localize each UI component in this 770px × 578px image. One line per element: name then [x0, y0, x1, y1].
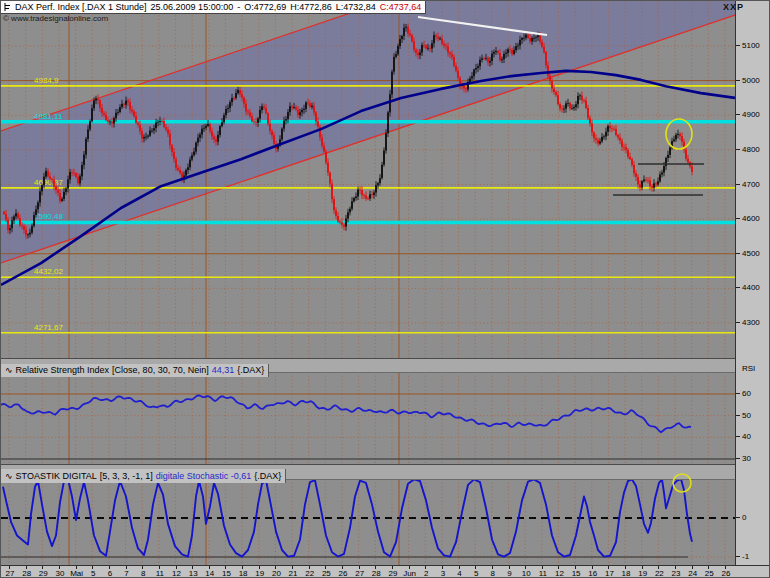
svg-text:4984,9: 4984,9: [34, 76, 59, 85]
axis-tick: [736, 322, 740, 323]
separator: -: [237, 1, 240, 13]
xxp-logo: XXP: [723, 2, 744, 12]
axis-tick: [736, 149, 740, 150]
rsi-tick-label: 60: [742, 389, 751, 398]
axis-tick: [736, 517, 740, 518]
rsi-tick-label: 30: [742, 454, 751, 463]
rsi-header[interactable]: ∿ Relative Strength Index [Close, 80, 30…: [1, 358, 735, 373]
rsi-value: 44,31: [212, 365, 235, 375]
price-tick-label: 4300: [742, 318, 760, 327]
svg-text:4271,67: 4271,67: [34, 323, 63, 332]
stoch-header[interactable]: ∿ STOASTIK DIGITAL [5, 3, 3, -1, 1] digi…: [1, 464, 735, 480]
axis-tick: [736, 287, 740, 288]
price-tick-label: 4600: [742, 214, 760, 223]
time-tick-label: 26: [716, 569, 736, 578]
price-tick-label: 4500: [742, 249, 760, 258]
price-tick-label: 5000: [742, 76, 760, 85]
axis-tick: [736, 45, 740, 46]
high-value: H:4772,86: [290, 1, 332, 13]
stoch-symbol: {.DAX}: [254, 471, 281, 481]
axis-tick: [736, 458, 740, 459]
axis-tick: [736, 253, 740, 254]
wave-icon: ∿: [5, 471, 13, 481]
axis-tick: [736, 114, 740, 115]
rsi-symbol: {.DAX}: [237, 365, 264, 375]
price-axis[interactable]: 510050004900480047004600450044004300RSI6…: [735, 1, 770, 565]
rsi-tick-label: 50: [742, 411, 751, 420]
axis-tick: [736, 184, 740, 185]
price-tick-label: 4400: [742, 283, 760, 292]
stoch-params: [5, 3, 3, -1, 1]: [100, 471, 153, 481]
low-value: L:4732,84: [336, 1, 376, 13]
stoch-value: digitale Stochastic -0,61: [156, 471, 252, 481]
svg-text:4590,48: 4590,48: [34, 212, 63, 221]
axis-tick: [736, 415, 740, 416]
stoch-tick-label: 0: [742, 513, 746, 522]
price-tick-label: 4900: [742, 110, 760, 119]
rsi-params: [Close, 80, 30, 70, Nein]: [112, 365, 209, 375]
price-tick-label: 4700: [742, 180, 760, 189]
main-price-chart[interactable]: 4984,94881,114690,374590,484432,024271,6…: [1, 1, 735, 358]
rsi-chart[interactable]: [1, 372, 735, 464]
stoch-tick-label: -1: [742, 552, 749, 561]
instrument-name: DAX Perf. Index [.DAX 1 Stunde]: [15, 1, 147, 13]
rsi-tick-label: 40: [742, 432, 751, 441]
instrument-icon: [3, 2, 11, 12]
stochastic-chart[interactable]: [1, 479, 735, 565]
axis-tick: [736, 80, 740, 81]
svg-text:4432,02: 4432,02: [34, 267, 63, 276]
chart-legend-title[interactable]: DAX Perf. Index [.DAX 1 Stunde] 25.06.20…: [1, 1, 426, 14]
rsi-axis-title: RSI: [742, 364, 755, 373]
stoch-name: STOASTIK DIGITAL: [16, 471, 97, 481]
chart-window: 4984,94881,114690,374590,484432,024271,6…: [0, 0, 770, 578]
svg-text:4690,37: 4690,37: [34, 178, 63, 187]
price-tick-label: 5100: [742, 41, 760, 50]
bar-datetime: 25.06.2009 15:00:00: [151, 1, 234, 13]
rsi-name: Relative Strength Index: [16, 365, 110, 375]
time-axis[interactable]: 27282930Mai56781112131415181920212225262…: [1, 565, 770, 578]
price-tick-label: 4800: [742, 145, 760, 154]
wave-icon: ∿: [5, 365, 13, 375]
axis-tick: [736, 436, 740, 437]
open-value: O:4772,69: [244, 1, 286, 13]
watermark: © www.tradesignalonline.com: [3, 14, 108, 23]
svg-text:4881,11: 4881,11: [34, 112, 63, 121]
axis-tick: [736, 556, 740, 557]
axis-tick: [736, 393, 740, 394]
axis-tick: [736, 218, 740, 219]
close-value: C:4737,64: [380, 1, 422, 13]
